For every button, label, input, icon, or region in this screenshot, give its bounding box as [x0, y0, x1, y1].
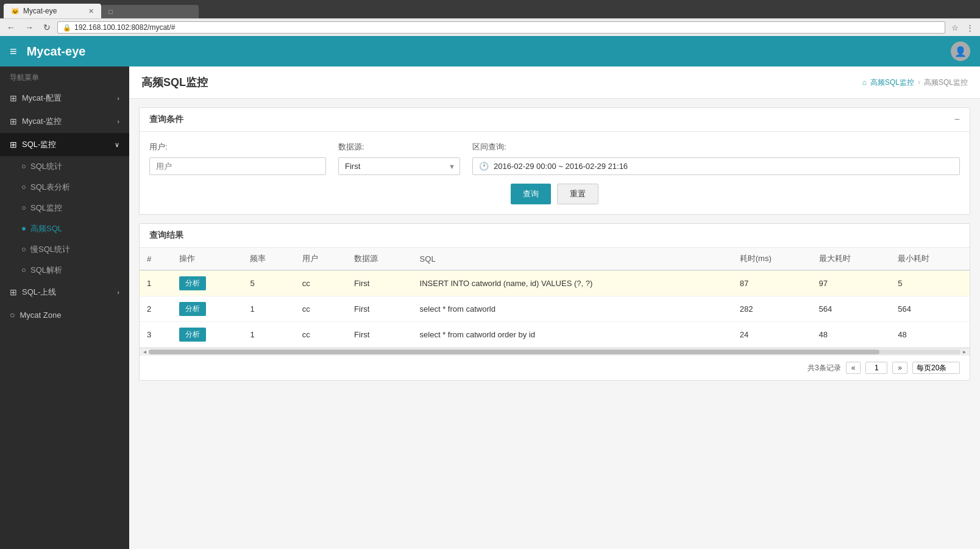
cell-sql: INSERT INTO catworld (name, id) VALUES (… — [413, 270, 733, 296]
breadcrumb-separator: › — [918, 78, 920, 87]
cell-user: cc — [295, 270, 347, 296]
sidebar-item-sql-online[interactable]: ⊞ SQL-上线 › — [0, 281, 129, 304]
cell-datasource: First — [347, 322, 413, 348]
grid-icon-4: ⊞ — [10, 287, 17, 297]
search-button[interactable]: 查询 — [511, 184, 551, 204]
sidebar-label-mycat-config: Mycat-配置 — [22, 93, 62, 104]
sidebar-label-sql-monitor: SQL-监控 — [22, 139, 56, 150]
user-input[interactable] — [149, 157, 326, 175]
datasource-form-group: 数据源: First Second Third ▼ — [338, 142, 460, 175]
timerange-input-wrapper[interactable]: 🕐 — [472, 157, 960, 175]
col-action: 操作 — [172, 248, 243, 270]
datasource-label: 数据源: — [338, 142, 460, 152]
cell-min-time: 564 — [890, 296, 970, 322]
cell-user: cc — [295, 296, 347, 322]
sidebar-item-slow-sql[interactable]: 慢SQL统计 — [0, 239, 129, 260]
top-nav: ≡ Mycat-eye 👤 — [0, 36, 980, 66]
hamburger-icon[interactable]: ≡ — [10, 45, 17, 59]
sidebar-nav-label: 导航菜单 — [0, 66, 129, 87]
sidebar-label-mycat-zone: Mycat Zone — [20, 310, 61, 320]
cell-freq: 1 — [243, 296, 294, 322]
sidebar-item-sql-parse[interactable]: SQL解析 — [0, 260, 129, 281]
inactive-tab[interactable]: □ — [101, 5, 199, 18]
cell-max-time: 97 — [812, 270, 891, 296]
cell-max-time: 564 — [812, 296, 891, 322]
address-text: 192.168.100.102:8082/mycat/# — [74, 23, 175, 32]
horizontal-scrollbar[interactable]: ◂ ▸ — [140, 348, 970, 355]
pagination-bar: 共3条记录 « » 每页20条 每页50条 — [140, 355, 970, 380]
user-avatar[interactable]: 👤 — [951, 41, 970, 61]
user-form-group: 用户: — [149, 142, 326, 175]
dot-icon-6 — [22, 268, 26, 272]
browser-tabs: 🐱 Mycat-eye ✕ □ — [0, 0, 980, 18]
analyze-button-3[interactable]: 分析 — [179, 328, 206, 342]
sidebar-item-mycat-config[interactable]: ⊞ Mycat-配置 › — [0, 87, 129, 110]
col-user: 用户 — [295, 248, 347, 270]
page-number-input[interactable] — [865, 362, 887, 374]
tab-title: Mycat-eye — [23, 7, 57, 15]
scroll-right-icon[interactable]: ▸ — [960, 348, 968, 355]
sidebar-item-mycat-zone[interactable]: ○ Mycat Zone — [0, 304, 129, 326]
browser-chrome: 🐱 Mycat-eye ✕ □ ← → ↻ 🔒 192.168.100.102:… — [0, 0, 980, 36]
breadcrumb: ⌂ 高频SQL监控 › 高频SQL监控 — [862, 77, 968, 88]
sidebar-label-sql-online: SQL-上线 — [22, 287, 56, 298]
analyze-button-2[interactable]: 分析 — [179, 302, 206, 316]
col-num: # — [140, 248, 172, 270]
collapse-button[interactable]: − — [954, 114, 960, 125]
sidebar-item-sql-table[interactable]: SQL表分析 — [0, 177, 129, 198]
sidebar-item-sql-monitor[interactable]: ⊞ SQL-监控 ∨ — [0, 133, 129, 156]
address-bar[interactable]: 🔒 192.168.100.102:8082/mycat/# — [57, 21, 945, 34]
active-tab[interactable]: 🐱 Mycat-eye ✕ — [4, 4, 101, 18]
browser-action-buttons: ☆ ⋮ — [949, 22, 976, 34]
reset-button[interactable]: 重置 — [557, 184, 598, 204]
bookmark-btn[interactable]: ☆ — [949, 22, 961, 34]
address-icon: 🔒 — [63, 24, 71, 32]
datasource-select-wrapper: First Second Third ▼ — [338, 157, 460, 175]
forward-button[interactable]: → — [22, 21, 37, 34]
prev-page-button[interactable]: « — [846, 362, 861, 374]
cell-user: cc — [295, 322, 347, 348]
cell-max-time: 48 — [812, 322, 891, 348]
sidebar-item-mycat-monitor[interactable]: ⊞ Mycat-监控 › — [0, 110, 129, 133]
grid-icon: ⊞ — [10, 93, 17, 103]
page-header: 高频SQL监控 ⌂ 高频SQL监控 › 高频SQL监控 — [129, 66, 980, 99]
refresh-button[interactable]: ↻ — [40, 21, 54, 34]
breadcrumb-item-2: 高频SQL监控 — [924, 77, 968, 88]
cell-time-ms: 87 — [733, 270, 812, 296]
sidebar-label-sql-table: SQL表分析 — [30, 182, 70, 193]
breadcrumb-item-1[interactable]: 高频SQL监控 — [870, 77, 914, 88]
browser-toolbar: ← → ↻ 🔒 192.168.100.102:8082/mycat/# ☆ ⋮ — [0, 18, 980, 36]
table-row: 1 分析 5 cc First INSERT INTO catworld (na… — [140, 270, 970, 296]
datasource-select[interactable]: First Second Third — [338, 157, 460, 175]
sidebar-item-sql-stats[interactable]: SQL统计 — [0, 156, 129, 177]
app-brand: Mycat-eye — [27, 45, 951, 59]
sidebar-item-high-freq-sql[interactable]: 高频SQL — [0, 218, 129, 239]
next-page-button[interactable]: » — [892, 362, 907, 374]
app-layout: 导航菜单 ⊞ Mycat-配置 › ⊞ Mycat-监控 › ⊞ SQL-监控 … — [0, 66, 980, 549]
extension-btn[interactable]: ⋮ — [964, 22, 976, 34]
sidebar-item-sql-mon[interactable]: SQL监控 — [0, 198, 129, 218]
scroll-thumb[interactable] — [149, 350, 879, 354]
query-panel-title: 查询条件 — [149, 114, 183, 125]
cell-time-ms: 24 — [733, 322, 812, 348]
back-button[interactable]: ← — [4, 21, 18, 34]
tab-close-btn[interactable]: ✕ — [88, 7, 94, 15]
chevron-right-icon: › — [117, 95, 119, 102]
sidebar-label-mycat-monitor: Mycat-监控 — [22, 116, 62, 127]
query-panel: 查询条件 − 用户: 数据源: First Second — [139, 107, 970, 215]
analyze-button-1[interactable]: 分析 — [179, 276, 206, 290]
sidebar-section-main: ⊞ Mycat-配置 › ⊞ Mycat-监控 › ⊞ SQL-监控 ∨ SQL… — [0, 87, 129, 326]
sidebar-label-high-freq: 高频SQL — [30, 223, 62, 234]
per-page-select[interactable]: 每页20条 每页50条 — [912, 362, 960, 374]
clock-icon: 🕐 — [479, 162, 489, 171]
timerange-label: 区间查询: — [472, 142, 960, 152]
tab-favicon: 🐱 — [11, 7, 20, 15]
form-row: 用户: 数据源: First Second Third ▼ — [149, 142, 960, 175]
results-table-wrapper: # 操作 频率 用户 数据源 SQL 耗时(ms) 最大耗时 最小耗时 — [140, 248, 970, 348]
scroll-left-icon[interactable]: ◂ — [141, 348, 149, 355]
timerange-input[interactable] — [494, 162, 953, 171]
cell-datasource: First — [347, 270, 413, 296]
sidebar-label-slow-sql: 慢SQL统计 — [30, 244, 70, 255]
cell-freq: 1 — [243, 322, 294, 348]
col-freq: 频率 — [243, 248, 294, 270]
